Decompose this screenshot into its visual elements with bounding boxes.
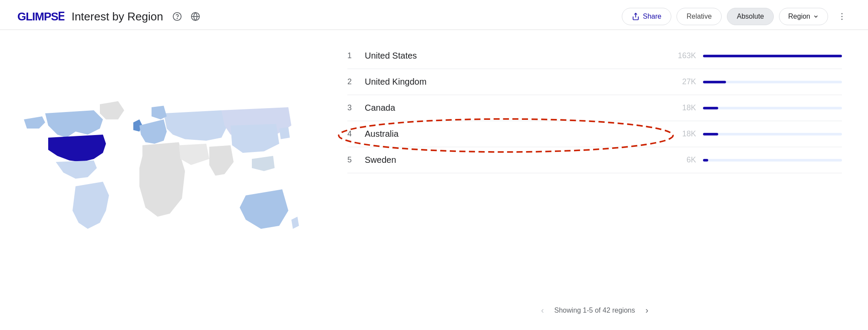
header-right: Share Relative Absolute Region: [622, 8, 851, 25]
region-label: Region: [788, 13, 810, 20]
region-bar: [703, 81, 726, 83]
header-icons: [170, 10, 202, 23]
japan-region: [279, 127, 290, 139]
region-row[interactable]: 5Sweden6K: [347, 147, 842, 173]
relative-button[interactable]: Relative: [677, 8, 722, 25]
logo: GLIMPSƎ: [17, 10, 65, 23]
share-label: Share: [643, 13, 662, 20]
region-value: 18K: [670, 129, 696, 139]
pagination: ‹ Showing 1-5 of 42 regions ›: [347, 295, 842, 321]
region-bar: [703, 107, 718, 109]
region-name: United Kingdom: [365, 77, 670, 87]
more-options-button[interactable]: [833, 8, 851, 25]
page-title: Interest by Region: [72, 10, 163, 23]
region-row-wrapper-5: 5Sweden6K: [347, 147, 842, 173]
region-name: United States: [365, 51, 670, 61]
region-value: 27K: [670, 77, 696, 86]
relative-label: Relative: [686, 13, 712, 20]
region-row-wrapper-3: 3Canada18K: [347, 95, 842, 121]
svg-point-5: [842, 13, 843, 14]
map-area: [0, 30, 321, 330]
region-value: 18K: [670, 103, 696, 112]
help-icon[interactable]: [170, 10, 184, 23]
region-row[interactable]: 3Canada18K: [347, 95, 842, 121]
region-bar-container: [703, 81, 842, 83]
region-row[interactable]: 1United States163K: [347, 43, 842, 69]
logo-e: Ǝ: [58, 10, 65, 23]
region-value: 163K: [670, 51, 696, 60]
region-row[interactable]: 2United Kingdom27K: [347, 69, 842, 95]
region-rank: 1: [347, 51, 365, 60]
region-list: 1United States163K2United Kingdom27K3Can…: [347, 43, 842, 295]
region-row[interactable]: 4Australia18K: [347, 121, 842, 147]
right-panel: 1United States163K2United Kingdom27K3Can…: [321, 30, 868, 330]
absolute-button[interactable]: Absolute: [727, 8, 774, 25]
next-page-button[interactable]: ›: [642, 304, 652, 317]
region-bar-container: [703, 159, 842, 162]
region-bar: [703, 55, 842, 57]
prev-page-button[interactable]: ‹: [538, 304, 548, 317]
region-bar-container: [703, 107, 842, 109]
region-bar-container: [703, 55, 842, 57]
svg-point-7: [842, 19, 843, 20]
main-content: 1United States163K2United Kingdom27K3Can…: [0, 30, 868, 330]
region-rank: 4: [347, 129, 365, 139]
pagination-text: Showing 1-5 of 42 regions: [554, 307, 635, 314]
region-rank: 5: [347, 155, 365, 165]
region-name: Canada: [365, 103, 670, 113]
world-map: [9, 89, 313, 271]
svg-point-6: [842, 16, 843, 17]
absolute-label: Absolute: [737, 13, 764, 20]
region-name: Sweden: [365, 155, 670, 165]
region-value: 6K: [670, 155, 696, 165]
globe-icon[interactable]: [188, 10, 202, 23]
region-bar-container: [703, 133, 842, 135]
region-name: Australia: [365, 129, 670, 139]
region-rank: 2: [347, 77, 365, 86]
header: GLIMPSƎ Interest by Region: [0, 0, 868, 30]
region-dropdown-button[interactable]: Region: [779, 8, 828, 25]
share-button[interactable]: Share: [622, 8, 672, 25]
region-rank: 3: [347, 103, 365, 112]
region-bar: [703, 133, 718, 135]
region-bar: [703, 159, 708, 162]
world-map-svg: [9, 89, 313, 271]
region-row-wrapper-1: 1United States163K: [347, 43, 842, 69]
header-left: GLIMPSƎ Interest by Region: [17, 10, 202, 23]
region-row-wrapper-2: 2United Kingdom27K: [347, 69, 842, 95]
region-row-wrapper-4: 4Australia18K: [347, 121, 842, 147]
